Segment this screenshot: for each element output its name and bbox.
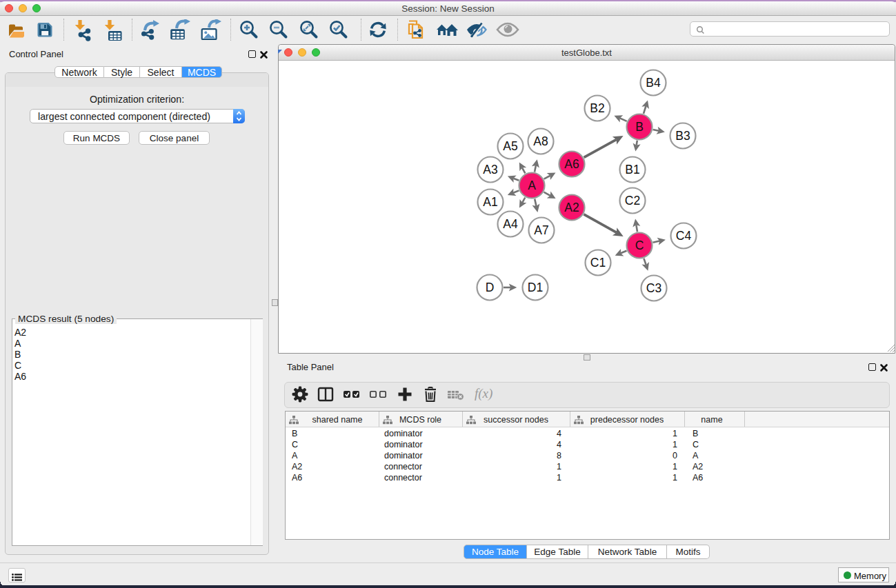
- svg-text:A4: A4: [503, 217, 518, 231]
- svg-text:C3: C3: [646, 281, 661, 295]
- svg-text:C: C: [635, 239, 644, 252]
- svg-text:B3: B3: [675, 129, 690, 143]
- svg-text:B: B: [635, 120, 644, 134]
- svg-text:B1: B1: [625, 163, 639, 176]
- svg-text:A8: A8: [533, 134, 548, 148]
- svg-text:A5: A5: [503, 139, 517, 153]
- svg-text:D1: D1: [528, 281, 543, 294]
- svg-text:C4: C4: [676, 229, 692, 243]
- svg-text:A1: A1: [483, 195, 497, 209]
- svg-text:C2: C2: [625, 194, 640, 207]
- svg-text:A: A: [528, 179, 536, 192]
- svg-text:A3: A3: [483, 163, 497, 176]
- svg-text:A6: A6: [564, 157, 579, 171]
- svg-text:B2: B2: [590, 101, 604, 115]
- svg-text:B4: B4: [646, 76, 661, 90]
- svg-text:D: D: [486, 281, 495, 294]
- svg-text:C1: C1: [590, 256, 606, 270]
- svg-text:A2: A2: [564, 201, 579, 214]
- svg-text:A7: A7: [534, 223, 548, 237]
